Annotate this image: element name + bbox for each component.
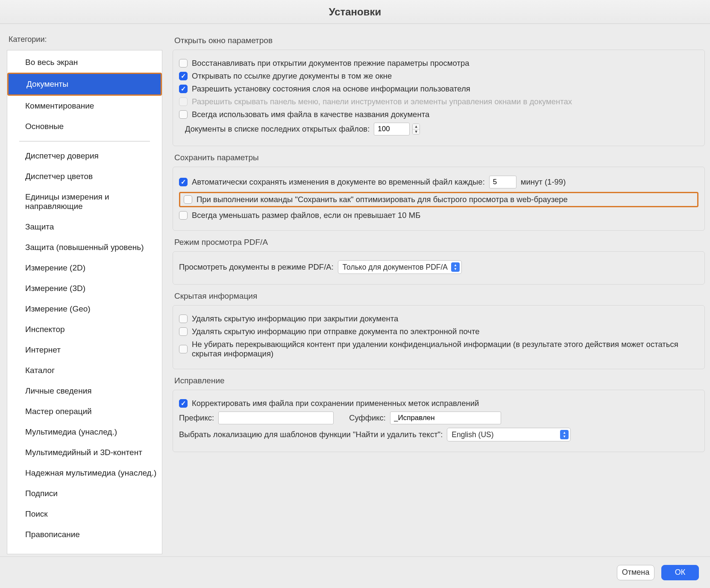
save-settings-panel: Автоматически сохранять изменения в доку…	[173, 167, 705, 231]
input-suffix[interactable]	[390, 412, 501, 424]
cat-documents[interactable]: Документы	[9, 74, 161, 94]
chk-keep-overlap[interactable]	[179, 345, 188, 353]
window-title: Установки	[0, 0, 710, 24]
save-settings-title: Сохранить параметры	[174, 153, 705, 162]
cat-measure-geo[interactable]: Измерение (Geo)	[7, 299, 162, 319]
highlight-optimize-web: При выполнении команды "Сохранить как" о…	[179, 192, 698, 207]
lbl-restore-view: Восстанавливать при открытии документов …	[192, 59, 469, 68]
chk-remove-on-email[interactable]	[179, 327, 188, 336]
cat-action-wizard[interactable]: Мастер операций	[7, 401, 162, 422]
ok-button[interactable]: ОК	[661, 565, 699, 580]
lbl-use-filename-title: Всегда использовать имя файла в качестве…	[192, 110, 429, 119]
lbl-optimize-web: При выполнении команды "Сохранить как" о…	[197, 195, 568, 204]
cat-trusted-multimedia[interactable]: Надежная мультимедиа (унаслед.)	[7, 463, 162, 483]
categories-label: Категории:	[9, 35, 162, 44]
lbl-pdfa-mode: Просмотреть документы в режиме PDF/A:	[179, 262, 334, 272]
select-locale-value: English (US)	[452, 430, 493, 439]
categories-divider	[19, 141, 150, 141]
select-locale[interactable]: English (US) ▲▼	[447, 428, 571, 441]
highlight-documents: Документы	[7, 73, 162, 96]
lbl-suffix: Суффикс:	[349, 413, 386, 423]
cancel-button[interactable]: Отмена	[617, 565, 654, 580]
select-pdfa-mode[interactable]: Только для документов PDF/A ▲▼	[338, 260, 462, 274]
input-prefix[interactable]	[218, 412, 334, 424]
cat-color-manager[interactable]: Диспетчер цветов	[7, 166, 162, 187]
chk-allow-layer-state[interactable]	[179, 85, 188, 93]
chk-remove-on-close[interactable]	[179, 315, 188, 323]
cat-measure-3d[interactable]: Измерение (3D)	[7, 278, 162, 299]
redaction-title: Исправление	[174, 376, 705, 385]
select-pdfa-value: Только для документов PDF/A	[343, 263, 448, 272]
chk-autosave[interactable]	[179, 178, 188, 186]
lbl-autosave-post: минут (1-99)	[521, 177, 566, 187]
lbl-allow-hide-menubar: Разрешить скрывать панель меню, панели и…	[192, 97, 572, 106]
spinner-recent-docs[interactable]: ▲▼	[412, 123, 420, 135]
cat-fullscreen[interactable]: Во весь экран	[7, 52, 162, 73]
chevron-up-icon[interactable]: ▲	[413, 124, 420, 129]
cat-identity[interactable]: Личные сведения	[7, 381, 162, 401]
open-settings-panel: Восстанавливать при открытии документов …	[173, 50, 705, 146]
cat-units-guides[interactable]: Единицы измерения и направляющие	[7, 187, 162, 217]
cat-trust-manager[interactable]: Диспетчер доверия	[7, 146, 162, 166]
lbl-locale: Выбрать локализацию для шаблонов функции…	[179, 430, 443, 439]
lbl-remove-on-close: Удалять скрытую информацию при закрытии …	[192, 314, 398, 323]
chevron-down-icon[interactable]: ▼	[413, 129, 420, 135]
dropdown-icon: ▲▼	[451, 262, 460, 272]
lbl-reduce-size: Всегда уменьшать размер файлов, если он …	[192, 211, 420, 220]
lbl-remove-on-email: Удалять скрытую информацию при отправке …	[192, 327, 479, 336]
open-settings-title: Открыть окно параметров	[174, 36, 705, 45]
lbl-autosave-pre: Автоматически сохранять изменения в доку…	[192, 177, 485, 187]
cat-catalog[interactable]: Каталог	[7, 360, 162, 381]
lbl-open-same-window: Открывать по ссылке другие документы в т…	[192, 71, 392, 81]
cat-inspector[interactable]: Инспектор	[7, 319, 162, 340]
redaction-panel: Корректировать имя файла при сохранении …	[173, 390, 705, 452]
chk-restore-view[interactable]	[179, 59, 188, 68]
cat-general[interactable]: Основные	[7, 116, 162, 137]
lbl-prefix: Префикс:	[179, 413, 214, 423]
cat-security-enhanced[interactable]: Защита (повышенный уровень)	[7, 237, 162, 258]
cat-internet[interactable]: Интернет	[7, 340, 162, 360]
lbl-keep-overlap: Не убирать перекрывающийся контент при у…	[192, 340, 698, 359]
lbl-recent-docs: Документы в списке последних открытых фа…	[185, 124, 370, 134]
chk-allow-hide-menubar	[179, 97, 188, 106]
input-autosave-minutes[interactable]	[489, 176, 516, 188]
chk-use-filename-title[interactable]	[179, 110, 188, 119]
dialog-footer: Отмена ОК	[0, 556, 710, 588]
hidden-info-title: Скрытая информация	[174, 291, 705, 301]
pdfa-title: Режим просмотра PDF/A	[174, 238, 705, 247]
input-recent-docs[interactable]	[374, 123, 410, 135]
cat-multimedia-legacy[interactable]: Мультимедиа (унаслед.)	[7, 422, 162, 442]
lbl-adjust-filename: Корректировать имя файла при сохранении …	[192, 399, 479, 408]
chk-adjust-filename[interactable]	[179, 399, 188, 408]
pdfa-panel: Просмотреть документы в режиме PDF/A: То…	[173, 251, 705, 285]
cat-spelling[interactable]: Правописание	[7, 524, 162, 545]
dropdown-icon: ▲▼	[560, 430, 569, 439]
lbl-allow-layer-state: Разрешить установку состояния слоя на ос…	[192, 84, 470, 94]
chk-open-same-window[interactable]	[179, 72, 188, 80]
cat-security[interactable]: Защита	[7, 217, 162, 237]
cat-multimedia-3d[interactable]: Мультимедийный и 3D-контент	[7, 442, 162, 463]
cat-measure-2d[interactable]: Измерение (2D)	[7, 258, 162, 278]
categories-list[interactable]: Во весь экран Документы Комментирование …	[7, 50, 162, 554]
hidden-info-panel: Удалять скрытую информацию при закрытии …	[173, 305, 705, 369]
cat-signatures[interactable]: Подписи	[7, 483, 162, 504]
cat-commenting[interactable]: Комментирование	[7, 96, 162, 116]
chk-optimize-web[interactable]	[184, 195, 192, 204]
chk-reduce-size[interactable]	[179, 211, 188, 220]
cat-search[interactable]: Поиск	[7, 504, 162, 524]
